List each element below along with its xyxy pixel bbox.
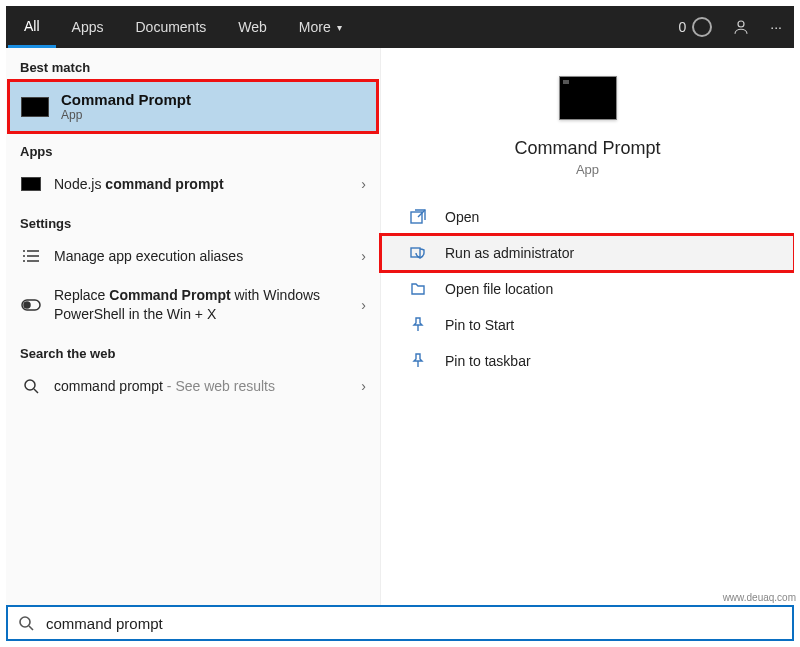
rewards-button[interactable]: 0 bbox=[669, 6, 723, 48]
search-icon bbox=[18, 615, 36, 631]
action-open-file-location[interactable]: Open file location bbox=[381, 271, 794, 307]
svg-rect-12 bbox=[411, 248, 420, 257]
trophy-icon bbox=[692, 17, 712, 37]
action-open[interactable]: Open bbox=[381, 199, 794, 235]
list-icon bbox=[20, 249, 42, 263]
section-search-web: Search the web bbox=[6, 334, 380, 367]
chevron-right-icon: › bbox=[361, 176, 366, 192]
search-tabs: All Apps Documents Web More ▾ 0 ··· bbox=[6, 6, 794, 48]
action-pin-to-start[interactable]: Pin to Start bbox=[381, 307, 794, 343]
action-label: Open file location bbox=[445, 281, 553, 297]
open-icon bbox=[407, 209, 429, 225]
section-settings: Settings bbox=[6, 204, 380, 237]
action-label: Pin to Start bbox=[445, 317, 514, 333]
folder-icon bbox=[407, 281, 429, 297]
setting-execution-aliases[interactable]: Manage app execution aliases › bbox=[6, 237, 380, 276]
toggle-icon bbox=[20, 299, 42, 311]
watermark: www.deuaq.com bbox=[723, 592, 796, 603]
search-bar[interactable] bbox=[6, 605, 794, 641]
action-run-as-administrator[interactable]: Run as administrator bbox=[381, 235, 794, 271]
more-options-button[interactable]: ··· bbox=[760, 6, 792, 48]
tab-all[interactable]: All bbox=[8, 6, 56, 48]
preview-subtitle: App bbox=[576, 162, 599, 177]
action-label: Run as administrator bbox=[445, 245, 574, 261]
tab-apps[interactable]: Apps bbox=[56, 6, 120, 48]
tab-web[interactable]: Web bbox=[222, 6, 283, 48]
web-result[interactable]: command prompt - See web results › bbox=[6, 367, 380, 406]
svg-rect-11 bbox=[411, 212, 422, 223]
rewards-points: 0 bbox=[679, 19, 687, 35]
preview-panel: Command Prompt App Open Run as administr… bbox=[381, 48, 794, 641]
command-prompt-icon bbox=[21, 97, 49, 117]
results-panel: Best match Command Prompt App Apps Node.… bbox=[6, 48, 381, 641]
preview-title: Command Prompt bbox=[514, 138, 660, 159]
app-result-label: Node.js command prompt bbox=[54, 175, 361, 194]
account-button[interactable] bbox=[722, 6, 760, 48]
svg-point-8 bbox=[24, 302, 30, 308]
setting-label: Replace Command Prompt with Windows Powe… bbox=[54, 286, 361, 324]
action-label: Pin to taskbar bbox=[445, 353, 531, 369]
svg-line-14 bbox=[29, 626, 33, 630]
best-match-title: Command Prompt bbox=[61, 91, 191, 108]
tab-more[interactable]: More ▾ bbox=[283, 6, 358, 48]
pin-icon bbox=[407, 317, 429, 333]
svg-point-0 bbox=[738, 21, 744, 27]
tab-more-label: More bbox=[299, 19, 331, 35]
chevron-right-icon: › bbox=[361, 297, 366, 313]
setting-replace-cmd[interactable]: Replace Command Prompt with Windows Powe… bbox=[6, 276, 380, 334]
best-match-command-prompt[interactable]: Command Prompt App bbox=[9, 81, 377, 132]
best-match-subtitle: App bbox=[61, 108, 191, 122]
pin-icon bbox=[407, 353, 429, 369]
app-thumbnail bbox=[559, 76, 617, 120]
console-icon bbox=[21, 177, 41, 191]
search-input[interactable] bbox=[46, 615, 782, 632]
svg-line-10 bbox=[34, 389, 38, 393]
person-icon bbox=[732, 18, 750, 36]
action-pin-to-taskbar[interactable]: Pin to taskbar bbox=[381, 343, 794, 379]
section-apps: Apps bbox=[6, 132, 380, 165]
setting-label: Manage app execution aliases bbox=[54, 247, 361, 266]
tab-documents[interactable]: Documents bbox=[119, 6, 222, 48]
svg-point-13 bbox=[20, 617, 30, 627]
chevron-down-icon: ▾ bbox=[337, 22, 342, 33]
web-result-label: command prompt - See web results bbox=[54, 377, 361, 396]
svg-point-9 bbox=[25, 380, 35, 390]
search-icon bbox=[20, 378, 42, 394]
chevron-right-icon: › bbox=[361, 248, 366, 264]
app-result-nodejs[interactable]: Node.js command prompt › bbox=[6, 165, 380, 204]
chevron-right-icon: › bbox=[361, 378, 366, 394]
shield-icon bbox=[407, 245, 429, 261]
ellipsis-icon: ··· bbox=[770, 19, 782, 35]
action-label: Open bbox=[445, 209, 479, 225]
section-best-match: Best match bbox=[6, 48, 380, 81]
